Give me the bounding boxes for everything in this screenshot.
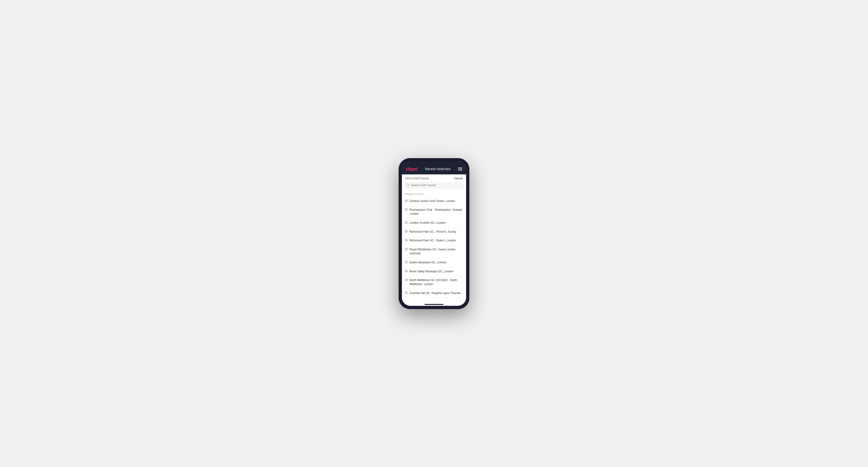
search-container (402, 182, 466, 191)
find-bar: Find a Golf Course Cancel (402, 175, 466, 182)
location-pin-icon (405, 208, 408, 212)
course-name: Roehampton Club - Roehampton, Greater Lo… (409, 208, 463, 216)
location-pin-icon (405, 248, 408, 251)
course-list-item[interactable]: Dukes Meadows GC, London (402, 258, 466, 267)
header-title: Recent Searches (425, 167, 450, 171)
location-pin-icon (405, 278, 408, 282)
svg-point-0 (407, 184, 409, 186)
cancel-button[interactable]: Cancel (454, 177, 463, 180)
location-pin-icon (405, 199, 408, 203)
search-box (404, 182, 464, 189)
course-name: Royal Wimbledon GC, Great London Authori… (409, 248, 463, 255)
location-pin-icon (405, 230, 408, 234)
app-header: clippd Recent Searches (402, 164, 466, 175)
course-list-item[interactable]: Brent Valley Municipal GC, London (402, 267, 466, 276)
course-list-item[interactable]: North Middlesex GC (1011942 - North Midd… (402, 276, 466, 289)
hamburger-menu-button[interactable] (458, 167, 462, 170)
course-name: Brent Valley Municipal GC, London (409, 270, 453, 274)
course-name: Central London Golf Centre, London (409, 199, 455, 203)
course-name: London Scottish GC, London (409, 221, 446, 225)
course-name: Coombe Hill GC, Kingston upon Thames (409, 291, 461, 295)
course-list-item[interactable]: Royal Wimbledon GC, Great London Authori… (402, 245, 466, 258)
find-label: Find a Golf Course (405, 177, 429, 180)
course-name: Richmond Park GC - Prince's, Surrey (409, 230, 456, 234)
main-content: Find a Golf Course Cancel Nearby (402, 175, 466, 303)
course-list-item[interactable]: Richmond Park GC - Duke's, London (402, 236, 466, 245)
location-pin-icon (405, 239, 408, 242)
home-indicator (402, 303, 466, 306)
search-input[interactable] (411, 184, 461, 187)
course-list-item[interactable]: Central London Golf Centre, London (402, 197, 466, 206)
app-logo: clippd (406, 166, 417, 172)
nearby-section: Nearby courses Central London Golf Centr… (402, 191, 466, 303)
phone-device: clippd Recent Searches Find a Golf Cours… (399, 158, 469, 309)
course-list-item[interactable]: Roehampton Club - Roehampton, Greater Lo… (402, 206, 466, 219)
home-bar (425, 304, 443, 305)
course-name: North Middlesex GC (1011942 - North Midd… (409, 278, 463, 286)
location-pin-icon (405, 221, 408, 225)
course-name: Dukes Meadows GC, London (409, 260, 446, 264)
location-pin-icon (405, 291, 408, 295)
svg-line-1 (409, 185, 409, 186)
course-name: Richmond Park GC - Duke's, London (409, 239, 456, 243)
search-icon (407, 184, 409, 187)
location-pin-icon (405, 270, 408, 273)
nearby-label: Nearby courses (402, 191, 466, 197)
phone-screen: clippd Recent Searches Find a Golf Cours… (402, 161, 466, 306)
notch-area (402, 161, 466, 164)
course-list: Central London Golf Centre, London Roeha… (402, 197, 466, 298)
course-list-item[interactable]: London Scottish GC, London (402, 219, 466, 227)
location-pin-icon (405, 261, 408, 264)
course-list-item[interactable]: Coombe Hill GC, Kingston upon Thames (402, 289, 466, 298)
course-list-item[interactable]: Richmond Park GC - Prince's, Surrey (402, 227, 466, 237)
